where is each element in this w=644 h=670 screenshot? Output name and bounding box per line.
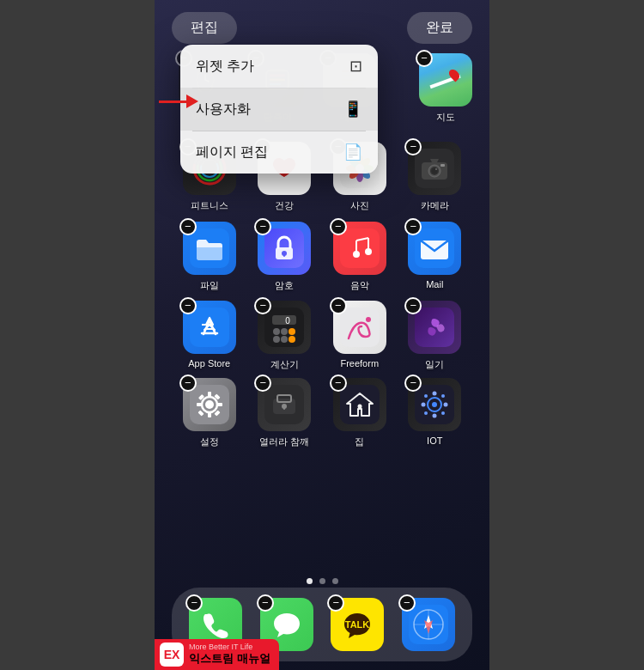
svg-rect-39 [440,164,445,167]
appstore-app[interactable]: App Store [176,301,243,371]
menu-item-widget[interactable]: 위젯 추가 ⊡ [180,45,378,88]
home-app[interactable]: 집 [326,378,393,448]
svg-point-64 [289,336,295,343]
svg-point-59 [273,328,280,335]
freeform-minus[interactable] [330,297,347,314]
safari-minus[interactable] [398,594,416,612]
calc-label: 계산기 [270,358,299,371]
photos-label: 사진 [350,199,369,212]
mail-label: Mail [426,279,443,289]
app-row-4: App Store 0 [172,301,472,371]
settings-label: 설정 [200,436,219,448]
svg-point-70 [205,400,214,409]
kakao-dock[interactable]: TALK [331,598,384,651]
svg-rect-74 [217,403,222,406]
svg-text:TALK: TALK [345,619,370,630]
page-dot-1 [307,578,313,584]
svg-rect-67 [415,308,454,347]
context-menu: 위젯 추가 ⊡ 사용자화 📱 페이지 편집 📄 [180,45,378,174]
passwords-label: 암호 [275,279,294,292]
svg-point-63 [281,336,288,343]
diary-app[interactable]: 일기 [401,301,468,371]
svg-point-86 [357,405,361,409]
app-row-5: 설정 열러라 참깨 [172,378,472,448]
camera-app[interactable]: 카메라 [401,142,468,212]
edit-button[interactable]: 편집 [172,12,237,44]
svg-rect-57 [272,315,296,325]
passwords-app[interactable]: 암호 [251,222,318,292]
health-label: 건강 [275,199,294,212]
svg-point-90 [433,392,437,396]
svg-rect-83 [283,406,285,410]
sesame-label: 열러라 참깨 [259,436,309,448]
maps-minus-badge[interactable] [416,50,433,67]
files-app[interactable]: 파일 [176,222,243,292]
music-minus[interactable] [330,218,347,235]
page-edit-icon: 📄 [343,143,362,161]
svg-rect-73 [197,403,202,406]
svg-point-95 [441,411,445,415]
watermark-logo: EX [160,643,184,667]
open-sesame-app[interactable]: 열러라 참깨 [251,378,318,448]
menu-item-page-edit[interactable]: 페이지 편집 📄 [180,131,378,174]
watermark-line2: 익스트림 매뉴얼 [189,651,270,667]
svg-point-92 [433,414,437,418]
iot-app[interactable]: IOT [401,378,468,448]
messages-minus[interactable] [257,594,274,612]
svg-point-66 [366,317,371,322]
music-app[interactable]: 음악 [326,222,393,292]
svg-rect-71 [208,392,211,397]
watermark-text-block: More Better IT Life 익스트림 매뉴얼 [189,643,270,667]
svg-point-91 [444,403,448,407]
svg-point-93 [422,403,426,407]
svg-text:0: 0 [285,316,290,326]
home-minus[interactable] [330,375,347,392]
svg-point-50 [365,248,372,255]
settings-minus[interactable] [179,375,197,392]
mail-app[interactable]: Mail [401,222,468,292]
done-button[interactable]: 완료 [407,12,472,44]
svg-point-49 [353,251,360,258]
freeform-label: Freeform [340,358,379,368]
customize-icon: 📱 [343,100,362,119]
page-dot-3 [332,578,338,584]
svg-rect-44 [283,253,285,257]
files-label: 파일 [200,279,219,292]
menu-item-customize[interactable]: 사용자화 📱 [180,88,378,131]
svg-rect-45 [340,228,380,268]
iot-label: IOT [427,436,442,446]
arrow-line [159,100,186,103]
safari-dock[interactable] [402,598,455,651]
appstore-minus[interactable] [179,297,197,314]
settings-app[interactable]: 설정 [176,378,243,448]
maps-app[interactable]: 지도 [419,53,472,124]
svg-rect-72 [208,412,211,417]
diary-label: 일기 [425,358,444,371]
menu-item-page-edit-label: 페이지 편집 [196,143,268,161]
red-arrow [159,94,198,108]
app-row-3: 파일 암호 [172,222,472,292]
calculator-app[interactable]: 0 계산기 [251,301,318,371]
home-label: 집 [355,436,364,448]
phone-screen: 편집 완료 위젯 추가 ⊡ 사용자화 📱 페이지 편집 📄 지도 [155,0,489,670]
svg-point-61 [289,328,295,335]
freeform-app[interactable]: Freeform [326,301,393,371]
menu-item-widget-label: 위젯 추가 [196,58,254,76]
watermark: EX More Better IT Life 익스트림 매뉴얼 [155,639,279,670]
svg-point-97 [424,411,428,415]
svg-point-62 [273,336,280,343]
appstore-label: App Store [188,358,230,368]
svg-point-89 [432,402,437,407]
svg-point-38 [435,168,437,170]
page-dot-2 [319,578,325,584]
maps-label: 지도 [436,111,455,124]
widget-icon: ⊡ [349,57,362,76]
menu-item-customize-label: 사용자화 [196,100,251,119]
top-bar: 편집 완료 [155,12,489,44]
page-indicator [155,578,489,584]
svg-point-60 [281,328,288,335]
music-label: 음악 [350,279,369,292]
fitness-label: 피트니스 [191,199,228,212]
camera-label: 카메라 [421,199,449,212]
files-minus[interactable] [179,218,197,235]
